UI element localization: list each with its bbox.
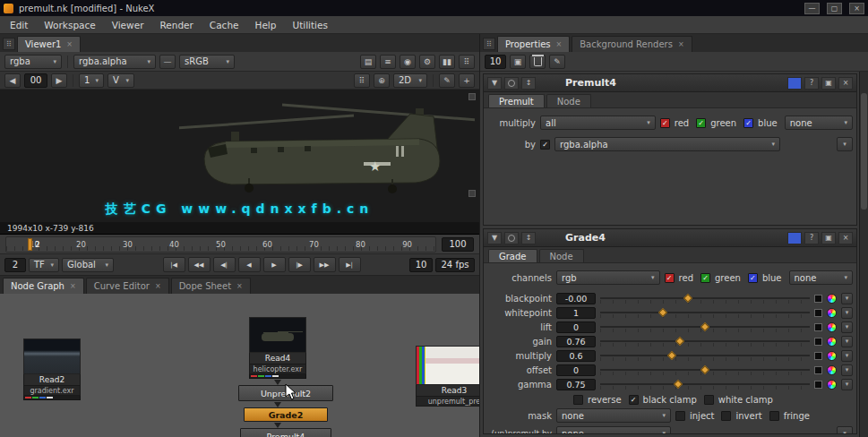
gain-input[interactable]: 0.76: [556, 336, 596, 347]
by-checkbox[interactable]: ✓: [540, 140, 550, 150]
tab-properties[interactable]: Properties ×: [497, 36, 570, 52]
collapse-icon[interactable]: ▼: [487, 232, 502, 244]
red-checkbox[interactable]: ✓: [660, 118, 670, 128]
blue-checkbox[interactable]: ✓: [748, 273, 758, 283]
gain-decrease-icon[interactable]: ◀: [4, 73, 21, 88]
alpha-layer-select[interactable]: rgba.alpha ▾: [73, 55, 156, 69]
reorder-icon[interactable]: ↕: [521, 232, 536, 244]
maximize-button[interactable]: ▢: [827, 3, 842, 14]
close-tab-icon[interactable]: ×: [556, 40, 563, 48]
scrollbar-thumb[interactable]: [861, 93, 867, 210]
gain-field[interactable]: 00: [24, 73, 47, 88]
step-back-button[interactable]: ◀|: [213, 257, 236, 272]
inject-checkbox[interactable]: [675, 411, 685, 421]
node-read4[interactable]: Read4 helicopter.exr: [249, 317, 306, 379]
go-to-start-button[interactable]: |◀: [163, 257, 185, 272]
menu-render[interactable]: Render: [151, 18, 201, 32]
view-select[interactable]: 1 ▾: [79, 73, 104, 88]
node-color-swatch[interactable]: [787, 232, 802, 244]
node-circle-icon[interactable]: [504, 77, 519, 90]
animation-menu-button[interactable]: ▾: [837, 426, 853, 433]
close-tab-icon[interactable]: ×: [66, 40, 73, 48]
blue-checkbox[interactable]: ✓: [743, 118, 753, 128]
node-color-swatch[interactable]: [787, 77, 802, 90]
swatch-icon[interactable]: [814, 309, 822, 317]
tab-node[interactable]: Node: [546, 94, 591, 107]
plus-icon[interactable]: +: [459, 73, 475, 88]
collapse-icon[interactable]: ▼: [487, 77, 502, 90]
frame-increment-field[interactable]: 10: [409, 258, 433, 272]
properties-scrollbar[interactable]: [859, 72, 868, 437]
tab-viewer1[interactable]: Viewer1 ×: [17, 36, 81, 52]
invert-checkbox[interactable]: [721, 411, 731, 421]
help-icon[interactable]: ?: [804, 77, 819, 90]
menu-utilities[interactable]: Utilities: [284, 18, 336, 32]
node-graph-canvas[interactable]: Read2 gradient.exr Read4 helicopter.exr: [0, 294, 479, 437]
blackpoint-slider[interactable]: [600, 293, 810, 304]
unpremult-channel-select[interactable]: none ▾: [556, 426, 671, 433]
green-checkbox[interactable]: ✓: [696, 118, 706, 128]
extra-channel-select[interactable]: none ▾: [785, 116, 853, 130]
go-to-end-button[interactable]: ▶|: [339, 257, 361, 272]
close-tab-icon[interactable]: ×: [236, 282, 243, 290]
mode-select[interactable]: 2D ▾: [393, 73, 427, 88]
wipe-icon[interactable]: —: [159, 55, 176, 69]
gamma-input[interactable]: 0.75: [556, 379, 596, 390]
close-panel-icon[interactable]: ×: [838, 77, 853, 90]
settings-gear-icon[interactable]: ⚙: [419, 55, 435, 69]
close-tab-icon[interactable]: ×: [678, 40, 684, 48]
gain-slider[interactable]: [600, 336, 810, 347]
float-panel-icon[interactable]: ▣: [821, 77, 836, 90]
zoom-grid-icon[interactable]: ⠿: [354, 73, 370, 88]
step-forward-button[interactable]: |▶: [288, 257, 311, 272]
play-backward-button[interactable]: ◀: [238, 257, 261, 272]
gain-increase-icon[interactable]: ▶: [51, 73, 67, 88]
channels-select[interactable]: rgb ▾: [556, 270, 660, 285]
green-checkbox[interactable]: ✓: [700, 273, 710, 283]
lock-panels-icon[interactable]: ▣: [510, 55, 526, 69]
black-clamp-checkbox[interactable]: ✓: [629, 395, 639, 405]
node-premult4[interactable]: Premult4: [240, 428, 331, 437]
swatch-icon[interactable]: [814, 295, 822, 303]
multiply-slider[interactable]: [600, 350, 810, 361]
white-clamp-checkbox[interactable]: [704, 395, 714, 405]
layout-icon[interactable]: ▤: [360, 55, 376, 69]
menu-cache[interactable]: Cache: [202, 18, 247, 32]
color-wheel-icon[interactable]: [827, 322, 837, 332]
tab-grade[interactable]: Grade: [488, 249, 537, 262]
menu-help[interactable]: Help: [247, 18, 285, 32]
by-channel-select[interactable]: rgba.alpha ▾: [554, 137, 780, 151]
fringe-checkbox[interactable]: [769, 411, 779, 421]
animation-menu-button[interactable]: ▾: [841, 336, 853, 347]
multiply-input[interactable]: 0.6: [556, 350, 596, 362]
pencil-icon[interactable]: ✎: [439, 73, 455, 88]
tab-node[interactable]: Node: [539, 249, 584, 262]
lift-input[interactable]: 0: [556, 321, 596, 333]
proxy-grid-icon[interactable]: ⠿: [459, 55, 475, 69]
center-target-icon[interactable]: ⊕: [374, 73, 390, 88]
tab-curve-editor[interactable]: Curve Editor ×: [86, 278, 169, 294]
animation-menu-button[interactable]: ▾: [837, 137, 853, 151]
tab-node-graph[interactable]: Node Graph ×: [3, 278, 84, 294]
tab-premult[interactable]: Premult: [488, 94, 545, 107]
node-circle-icon[interactable]: [504, 232, 519, 244]
menu-workspace[interactable]: Workspace: [36, 18, 103, 32]
close-panel-icon[interactable]: ×: [838, 232, 853, 244]
lift-slider[interactable]: [600, 321, 810, 332]
node-read3[interactable]: Read3 unpremult_pre: [416, 346, 479, 407]
viewer-handle-icon[interactable]: [468, 190, 476, 197]
range-mode-select[interactable]: Global ▾: [62, 258, 114, 272]
animation-menu-button[interactable]: ▾: [841, 350, 853, 362]
animation-menu-button[interactable]: ▾: [841, 364, 853, 376]
color-wheel-icon[interactable]: [827, 337, 837, 347]
node-read2[interactable]: Read2 gradient.exr: [23, 338, 81, 400]
offset-slider[interactable]: [600, 364, 810, 375]
frame-slider[interactable]: 10 20 30 40 50 60 70 80 90 2: [5, 236, 436, 253]
color-wheel-icon[interactable]: [827, 365, 837, 375]
tab-dope-sheet[interactable]: Dope Sheet ×: [171, 278, 251, 294]
colorspace-select[interactable]: sRGB ▾: [179, 55, 235, 69]
playhead[interactable]: [28, 238, 32, 251]
pane-menu-icon[interactable]: ⠿: [483, 38, 495, 50]
close-button[interactable]: ×: [849, 3, 864, 14]
animation-menu-button[interactable]: ▾: [841, 321, 853, 333]
